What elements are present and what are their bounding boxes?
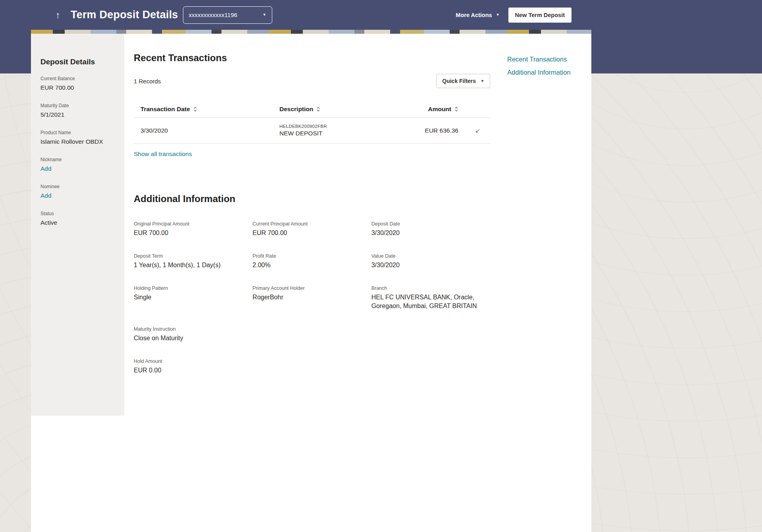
app-header: ↑ Term Deposit Details xxxxxxxxxxxx1196 … [0,0,762,30]
field-label: Primary Account Holder [252,285,371,291]
info-current-principal-amount: Current Principal Amount EUR 700.00 [252,221,371,237]
page-section-nav: Recent Transactions Additional Informati… [498,34,591,82]
field-label: Nominee [40,184,116,189]
deposit-details-sidebar: Deposit Details Current Balance EUR 700.… [31,34,124,416]
account-selector-dropdown[interactable]: xxxxxxxxxxxx1196 ▼ [183,6,272,24]
field-label: Maturity Date [40,103,116,108]
transactions-header-row: Transaction Date Description Amount [134,101,490,118]
field-value: Islamic Rollover OBDX [40,138,116,146]
sidebar-field-nickname: Nickname Add [40,157,116,173]
info-deposit-term: Deposit Term 1 Year(s), 1 Month(s), 1 Da… [134,253,252,270]
new-term-deposit-button[interactable]: New Term Deposit [508,8,572,23]
quick-filters-label: Quick Filters [442,78,476,84]
nav-link-recent-transactions[interactable]: Recent Transactions [507,56,591,63]
info-holding-pattern: Holding Pattern Single [134,285,252,310]
transaction-row[interactable]: 3/30/2020 HELDEBK200902FBR NEW DEPOSIT E… [134,118,490,144]
nav-link-additional-information[interactable]: Additional Information [507,69,591,76]
field-label: Current Principal Amount [252,221,371,227]
info-row: Original Principal Amount EUR 700.00 Cur… [134,221,490,237]
info-primary-account-holder: Primary Account Holder RogerBohr [252,285,371,310]
field-value: 1 Year(s), 1 Month(s), 1 Day(s) [134,261,252,270]
sidebar-title: Deposit Details [40,58,116,66]
sidebar-field-maturity-date: Maturity Date 5/1/2021 [40,103,116,119]
info-hold-amount: Hold Amount EUR 0.00 [134,359,252,375]
currency-collage-banner [31,30,591,34]
field-value: Active [40,219,116,227]
additional-information-grid: Original Principal Amount EUR 700.00 Cur… [134,221,490,375]
field-label: Holding Pattern [134,285,252,291]
field-value: Single [134,293,252,302]
info-deposit-date: Deposit Date 3/30/2020 [371,221,490,237]
field-value: Close on Maturity [134,334,252,343]
more-actions-label: More Actions [456,12,492,18]
recent-transactions-title: Recent Transactions [134,52,490,64]
field-label: Original Principal Amount [134,221,252,227]
chevron-down-icon: ▼ [263,13,266,17]
transaction-direction-cell: ↙ [458,118,490,144]
content-card: Deposit Details Current Balance EUR 700.… [31,34,591,532]
column-amount[interactable]: Amount [391,101,458,118]
sidebar-field-nominee: Nominee Add [40,184,116,200]
info-branch: Branch HEL FC UNIVERSAL BANK, Oracle, Go… [371,285,490,310]
add-nickname-link[interactable]: Add [40,165,52,172]
sort-icon[interactable] [193,106,197,112]
records-count: 1 Records [134,78,161,85]
field-label: Current Balance [40,76,116,81]
quick-filters-button[interactable]: Quick Filters ▼ [436,74,490,88]
main-content: Recent Transactions 1 Records Quick Filt… [124,34,498,391]
info-maturity-instruction: Maturity Instruction Close on Maturity [134,326,252,343]
info-value-date: Value Date 3/30/2020 [371,253,490,270]
transaction-description-cell: HELDEBK200902FBR NEW DEPOSIT [273,118,391,144]
field-value: EUR 0.00 [134,366,252,375]
field-value: HEL FC UNIVERSAL BANK, Oracle, Goregaon,… [371,293,490,310]
page-title: Term Deposit Details [71,9,178,21]
sort-icon[interactable] [316,106,320,112]
field-label: Branch [371,285,490,291]
field-label: Hold Amount [134,359,252,364]
account-selector-value: xxxxxxxxxxxx1196 [189,12,237,18]
field-value: 3/30/2020 [371,229,490,237]
field-label: Deposit Date [371,221,490,227]
show-all-transactions-link[interactable]: Show all transactions [134,150,192,158]
header-actions: More Actions ▼ New Term Deposit [456,8,572,23]
field-label: Product Name [40,130,116,135]
field-value: EUR 700.00 [134,229,252,237]
sort-icon[interactable] [454,106,458,112]
column-description[interactable]: Description [273,101,391,118]
column-label: Description [279,106,313,113]
field-value: 3/30/2020 [371,261,490,270]
column-transaction-date[interactable]: Transaction Date [134,101,273,118]
records-toolbar: 1 Records Quick Filters ▼ [134,74,490,88]
info-row: Maturity Instruction Close on Maturity [134,326,490,343]
column-label: Amount [428,106,451,113]
info-row: Deposit Term 1 Year(s), 1 Month(s), 1 Da… [134,253,490,270]
field-value: 5/1/2021 [40,111,116,119]
field-label: Nickname [40,157,116,162]
transaction-reference: HELDEBK200902FBR [279,124,391,129]
transaction-amount-cell: EUR 636.36 [391,118,458,144]
field-label: Maturity Instruction [134,326,252,332]
field-value: EUR 700.00 [40,84,116,92]
additional-information-title: Additional Information [134,193,490,204]
info-row: Holding Pattern Single Primary Account H… [134,285,490,310]
transactions-table: Transaction Date Description Amount [134,101,490,144]
chevron-down-icon: ▼ [481,79,484,83]
field-value: RogerBohr [252,293,371,302]
info-row: Hold Amount EUR 0.00 [134,359,490,375]
back-arrow-icon[interactable]: ↑ [56,10,64,20]
sidebar-field-product-name: Product Name Islamic Rollover OBDX [40,130,116,146]
field-label: Deposit Term [134,253,252,259]
info-original-principal-amount: Original Principal Amount EUR 700.00 [134,221,252,237]
field-label: Profit Rate [252,253,371,259]
info-profit-rate: Profit Rate 2.00% [252,253,371,270]
chevron-down-icon: ▼ [496,13,500,17]
field-label: Value Date [371,253,490,259]
more-actions-button[interactable]: More Actions ▼ [456,12,499,18]
sidebar-field-current-balance: Current Balance EUR 700.00 [40,76,116,92]
sidebar-field-status: Status Active [40,211,116,227]
field-label: Status [40,211,116,216]
field-value: EUR 700.00 [252,229,371,237]
transaction-description: NEW DEPOSIT [279,130,391,137]
add-nominee-link[interactable]: Add [40,192,52,199]
column-status-icon [458,101,490,118]
